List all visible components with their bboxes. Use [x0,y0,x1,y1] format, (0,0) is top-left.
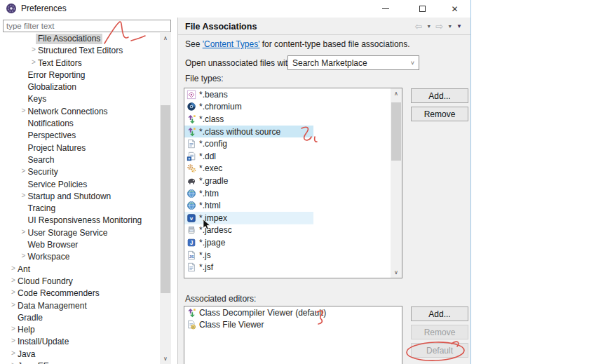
content-types-link[interactable]: 'Content Types' [203,39,260,49]
list-item--class[interactable]: *.class [184,113,402,126]
editors-remove-button[interactable]: Remove [411,325,468,339]
sidebar-item-error-reporting[interactable]: Error Reporting [0,69,160,81]
file-types-scrollbar[interactable]: ∧ ∨ [391,88,402,278]
file-types-list: *.beans*.chromium*.class*.class without … [184,88,402,278]
sidebar-item-text-editors[interactable]: >Text Editors [0,58,160,69]
sidebar-item-startup-and-shutdown[interactable]: >Startup and Shutdown [0,191,160,203]
file-types-add-button[interactable]: Add... [411,88,468,103]
sidebar-item-keys[interactable]: Keys [0,93,160,105]
editors-add-button[interactable]: Add... [411,306,468,321]
list-item--chromium[interactable]: *.chromium [184,101,402,114]
list-item--jsf[interactable]: *.jsf [184,261,402,274]
file-types-remove-button[interactable]: Remove [411,107,468,121]
sidebar-item-java-ee[interactable]: >Java EE [0,360,160,364]
tree-item-label: Perspectives [26,130,79,141]
tree-item-label: Java EE [15,361,51,364]
filter-input[interactable] [3,20,171,32]
list-item-class-decompiler-viewer-default-[interactable]: Class Decompiler Viewer (default) [184,306,402,319]
sidebar-item-structured-text-editors[interactable]: >Structured Text Editors [0,45,160,57]
list-item-label: *.impex [199,213,227,223]
sidebar-item-code-recommenders[interactable]: >Code Recommenders [0,288,160,299]
tree-item-label: Workspace [26,252,72,262]
list-item-class-file-viewer[interactable]: 01Class File Viewer [184,319,402,332]
back-dropdown-icon[interactable]: ▼ [426,24,431,29]
list-item--ddl[interactable]: *.ddl [184,150,402,163]
sidebar-item-ant[interactable]: >Ant [0,264,160,276]
sidebar-item-gradle[interactable]: Gradle [0,312,160,324]
svg-text:J: J [190,239,194,246]
sidebar-item-service-policies[interactable]: Service Policies [0,179,160,191]
svg-text:01: 01 [191,325,194,329]
scroll-up-icon[interactable]: ∧ [160,33,171,43]
sidebar-item-notifications[interactable]: Notifications [0,118,160,130]
list-item--jardesc[interactable]: *.jardesc [184,224,402,237]
list-item-label: *.htm [199,189,219,198]
open-with-label: Open unassociated files with: [185,58,294,68]
jpage-icon: J [187,238,196,248]
sidebar-item-workspace[interactable]: >Workspace [0,251,160,263]
sidebar-item-cloud-foundry[interactable]: >Cloud Foundry [0,276,160,288]
list-item--config[interactable]: *.config [184,137,402,150]
maximize-button[interactable] [407,0,438,18]
sidebar-item-globalization[interactable]: Globalization [0,81,160,93]
list-item--beans[interactable]: *.beans [184,88,402,101]
scroll-up-icon[interactable]: ∧ [391,88,402,99]
sidebar-item-data-management[interactable]: >Data Management [0,300,160,312]
description-suffix: for content-type based file associations… [259,39,409,49]
sidebar-item-user-storage-service[interactable]: >User Storage Service [0,227,160,239]
scroll-down-icon[interactable]: ∨ [391,267,402,278]
forward-dropdown-icon[interactable]: ▼ [447,24,452,29]
list-item-label: *.beans [199,90,228,100]
file-types-label: File types: [185,74,224,83]
sidebar-item-perspectives[interactable]: Perspectives [0,130,160,142]
scroll-down-icon[interactable]: ∨ [160,353,171,364]
open-with-value: Search Marketplace [292,58,367,68]
list-item--gradle[interactable]: *.gradle [184,175,402,187]
list-item-label: *.class without source [199,127,280,137]
list-item--exec[interactable]: *.exec [184,163,402,175]
close-button[interactable]: ✕ [439,0,470,18]
js-icon: JS [187,250,196,260]
tree-item-label: Data Management [15,301,89,311]
sidebar-item-project-natures[interactable]: Project Natures [0,142,160,154]
file-associations-panel: File Associations ⇦ ▼ ⇨ ▼ ▼ See 'Content… [177,18,470,364]
sidebar-item-tracing[interactable]: Tracing [0,203,160,215]
sidebar-item-help[interactable]: >Help [0,324,160,336]
sidebar-item-java[interactable]: >Java [0,349,160,360]
minimize-button[interactable] [370,0,401,18]
open-with-dropdown[interactable]: Search Marketplace ˅ [287,55,419,70]
sidebar-item-file-associations[interactable]: File Associations [0,33,160,45]
list-item-label: *.chromium [199,102,242,112]
decompiler-icon [187,127,196,137]
view-menu-icon[interactable]: ▼ [456,23,462,29]
page-title: File Associations [185,22,257,32]
document-icon [187,262,196,272]
beans-icon [187,90,196,100]
sidebar-item-network-connections[interactable]: >Network Connections [0,106,160,118]
list-item-label: *.js [199,250,211,260]
list-item--class-without-source[interactable]: *.class without source [184,126,402,138]
back-icon[interactable]: ⇦ [414,22,422,31]
sidebar-item-search[interactable]: Search [0,154,160,166]
list-item--jpage[interactable]: J*.jpage [184,236,402,249]
sidebar-item-ui-responsiveness-monitoring[interactable]: UI Responsiveness Monitoring [0,215,160,227]
file-types-scrollbar-thumb[interactable] [391,102,401,161]
list-item--htm[interactable]: *.htm [184,187,402,200]
sidebar-item-install-update[interactable]: >Install/Update [0,336,160,348]
tree-item-label: Tracing [26,203,58,214]
sidebar-item-web-browser[interactable]: Web Browser [0,239,160,251]
forward-icon[interactable]: ⇨ [435,22,443,31]
tree-scrollbar-thumb[interactable] [161,105,170,293]
list-item--js[interactable]: JS*.js [184,249,402,262]
window-title: Preferences [21,4,67,13]
editors-default-button[interactable]: Default [411,343,468,358]
minimize-icon [382,8,389,9]
title-bar: Preferences ✕ [0,0,470,18]
chromium-icon [187,102,196,112]
sidebar-item-security[interactable]: >Security [0,166,160,178]
list-item-label: *.gradle [199,176,228,186]
list-item--impex[interactable]: v*.impex [184,212,402,224]
tree-scrollbar[interactable]: ∧ ∨ [160,33,171,364]
list-item--html[interactable]: *.html [184,199,402,212]
tree-item-label: Search [26,155,57,166]
